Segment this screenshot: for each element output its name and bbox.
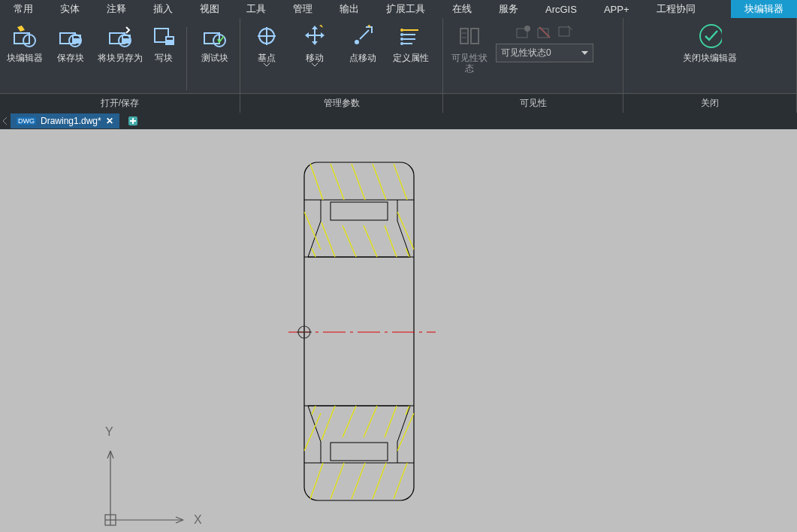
- tab-extended[interactable]: 扩展工具: [373, 0, 439, 18]
- new-file-tab-button[interactable]: [125, 114, 140, 128]
- define-attr-icon: [399, 24, 423, 48]
- panel-open-save: 块编辑器 保存块 将块另存为 写块: [0, 18, 240, 113]
- tab-service[interactable]: 服务: [485, 0, 532, 18]
- svg-line-48: [331, 164, 344, 200]
- svg-line-50: [373, 164, 386, 200]
- file-tab-name: Drawing1.dwg*: [41, 116, 101, 126]
- tab-manage[interactable]: 管理: [279, 0, 326, 18]
- svg-line-47: [310, 164, 323, 200]
- make-invisible-icon[interactable]: [536, 24, 553, 41]
- write-block-label: 写块: [155, 53, 173, 63]
- svg-point-26: [400, 42, 403, 45]
- panel-manage-params: 基点 移动 点移动 定义属性: [240, 18, 443, 113]
- svg-point-36: [700, 25, 722, 47]
- point-move-label: 点移动: [349, 53, 376, 63]
- svg-line-63: [373, 463, 386, 499]
- tab-view[interactable]: 视图: [186, 0, 233, 18]
- dropdown-icon: [312, 63, 318, 67]
- dropdown-icon: [264, 63, 270, 67]
- close-block-editor-label: 关闭块编辑器: [683, 53, 737, 63]
- close-block-editor-button[interactable]: 关闭块编辑器: [676, 24, 744, 63]
- write-block-icon: [152, 24, 176, 48]
- ucs-x-label: X: [194, 513, 202, 526]
- tab-scroll-left-icon[interactable]: [2, 116, 9, 125]
- ucs-y-label: Y: [105, 425, 113, 438]
- tab-block-editor[interactable]: 块编辑器: [731, 0, 797, 18]
- svg-rect-28: [471, 29, 479, 44]
- chevron-down-icon: [581, 51, 588, 56]
- svg-rect-27: [460, 29, 468, 44]
- svg-line-51: [394, 164, 407, 200]
- block-editor-label: 块编辑器: [7, 53, 43, 63]
- test-block-icon: [203, 24, 227, 48]
- visibility-mode-icon[interactable]: [557, 24, 574, 41]
- panel-close: 关闭块编辑器 关闭: [623, 18, 797, 113]
- dwg-badge-icon: DWG: [17, 117, 36, 125]
- visibility-state-button[interactable]: 可见性状态: [448, 24, 491, 74]
- svg-line-66: [312, 406, 315, 415]
- panel-close-title: 关闭: [623, 93, 796, 113]
- file-tab-bar: DWG Drawing1.dwg* ✕: [0, 113, 797, 129]
- tab-online[interactable]: 在线: [439, 0, 485, 18]
- tab-app-plus[interactable]: APP+: [590, 2, 643, 17]
- move-label: 移动: [306, 53, 324, 63]
- visibility-state-icon: [457, 24, 482, 48]
- block-editor-icon: [13, 24, 37, 48]
- tab-insert[interactable]: 插入: [140, 0, 186, 18]
- svg-point-18: [355, 40, 359, 44]
- svg-line-53: [312, 248, 315, 257]
- visibility-state-combo[interactable]: 可见性状态0: [496, 44, 593, 62]
- tab-annotate[interactable]: 注释: [93, 0, 140, 18]
- svg-line-60: [310, 463, 323, 499]
- svg-line-49: [352, 164, 365, 200]
- svg-line-57: [343, 225, 356, 257]
- svg-point-32: [524, 26, 530, 32]
- tab-common[interactable]: 常用: [0, 0, 47, 18]
- move-icon: [303, 24, 327, 48]
- tab-solid[interactable]: 实体: [47, 0, 93, 18]
- test-block-label: 测试块: [201, 53, 228, 63]
- main-tab-bar: 常用 实体 注释 插入 视图 工具 管理 输出 扩展工具 在线 服务 ArcGI…: [0, 0, 797, 18]
- tab-arcgis[interactable]: ArcGIS: [532, 2, 590, 17]
- svg-line-56: [322, 222, 335, 257]
- svg-point-25: [400, 38, 403, 41]
- block-editor-button[interactable]: 块编辑器: [5, 24, 45, 63]
- tab-tools[interactable]: 工具: [233, 0, 279, 18]
- point-move-button[interactable]: 点移动: [341, 24, 385, 63]
- svg-line-62: [352, 463, 365, 499]
- tab-output[interactable]: 输出: [326, 0, 373, 18]
- save-block-as-button[interactable]: 将块另存为: [95, 24, 145, 63]
- drawing-content: X Y: [0, 129, 797, 532]
- svg-line-58: [364, 225, 377, 257]
- move-button[interactable]: 移动: [293, 24, 337, 67]
- save-block-as-label: 将块另存为: [98, 53, 143, 63]
- panel-visibility-title: 可见性: [443, 93, 623, 113]
- svg-line-71: [364, 406, 377, 437]
- panel-manage-params-title: 管理参数: [240, 93, 442, 113]
- visibility-state-label: 可见性状态: [448, 53, 491, 74]
- make-visible-icon[interactable]: [515, 24, 532, 41]
- file-tab-drawing1[interactable]: DWG Drawing1.dwg* ✕: [11, 113, 119, 128]
- svg-rect-42: [331, 202, 388, 220]
- tab-collaborate[interactable]: 工程协同: [643, 0, 709, 18]
- panel-visibility: 可见性状态 可见性状态0 可见性: [443, 18, 623, 113]
- save-block-as-icon: [108, 24, 132, 48]
- svg-rect-11: [165, 36, 174, 45]
- base-point-label: 基点: [258, 53, 276, 63]
- base-point-button[interactable]: 基点: [245, 24, 288, 67]
- save-block-icon: [59, 24, 83, 48]
- define-attr-button[interactable]: 定义属性: [389, 24, 433, 63]
- drawing-canvas[interactable]: X Y: [0, 129, 797, 532]
- svg-line-70: [343, 406, 356, 437]
- svg-line-64: [394, 463, 407, 499]
- test-block-button[interactable]: 测试块: [195, 24, 235, 63]
- save-block-button[interactable]: 保存块: [50, 24, 90, 63]
- ribbon: 块编辑器 保存块 将块另存为 写块: [0, 18, 797, 113]
- file-tab-close-button[interactable]: ✕: [106, 116, 113, 126]
- svg-line-61: [331, 463, 344, 499]
- svg-line-59: [385, 225, 397, 257]
- svg-line-72: [385, 406, 397, 437]
- write-block-button[interactable]: 写块: [149, 24, 178, 63]
- save-block-label: 保存块: [57, 53, 84, 63]
- svg-point-23: [400, 29, 403, 32]
